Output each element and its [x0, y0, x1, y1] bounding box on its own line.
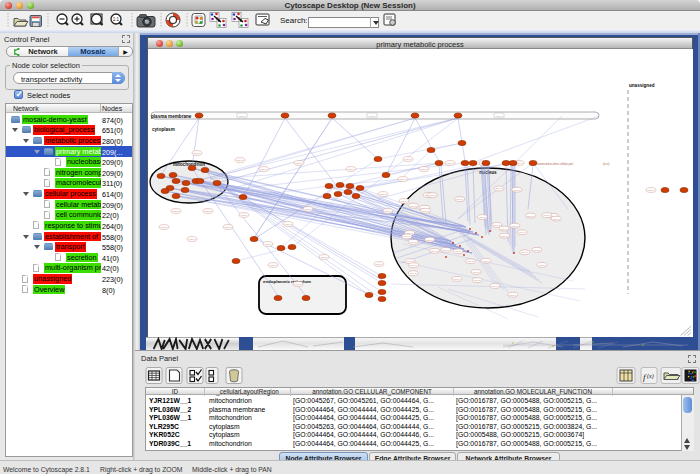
svg-text:(xxx-x): (xxx-x) [511, 225, 518, 228]
svg-text:(xxx-x): (xxx-x) [509, 294, 516, 297]
svg-text:unassigned: unassigned [629, 83, 655, 88]
svg-text:(xxx-x): (xxx-x) [188, 238, 195, 241]
svg-text:(xxx-x): (xxx-x) [269, 264, 276, 267]
svg-text:(xxx-x): (xxx-x) [224, 226, 231, 229]
svg-text:(xxx-x): (xxx-x) [533, 249, 540, 252]
svg-text:(x): (x) [647, 373, 654, 380]
svg-text:(xxx-x): (xxx-x) [473, 271, 480, 274]
svg-text:(xxx-x): (xxx-x) [454, 250, 461, 253]
svg-text:(xxx-x): (xxx-x) [453, 278, 460, 281]
svg-text:Search:: Search: [280, 16, 308, 25]
svg-text:(xxx-x): (xxx-x) [538, 264, 545, 267]
svg-text:1:1: 1:1 [113, 17, 120, 22]
svg-text:(xxx-x): (xxx-x) [204, 210, 211, 213]
svg-text:(xxx-x): (xxx-x) [482, 260, 489, 263]
svg-text:(xxx-x): (xxx-x) [295, 162, 302, 165]
svg-text:(xxx-x): (xxx-x) [347, 168, 354, 171]
svg-text:(xxx-x): (xxx-x) [368, 115, 375, 118]
svg-text:(xxx-x): (xxx-x) [426, 239, 433, 242]
svg-text:(xxx-x): (xxx-x) [521, 251, 528, 254]
svg-text:(xxx-x): (xxx-x) [403, 235, 410, 238]
svg-text:(xxx-x): (xxx-x) [238, 115, 245, 118]
svg-text:(xxx-x): (xxx-x) [442, 249, 449, 252]
svg-text:(xxx-x): (xxx-x) [456, 198, 463, 201]
svg-text:(xxx-x): (xxx-x) [647, 189, 654, 192]
svg-text:(xxx-x): (xxx-x) [410, 264, 417, 267]
svg-text:(xxx-x): (xxx-x) [284, 223, 291, 226]
svg-text:(xxx-x): (xxx-x) [304, 208, 311, 211]
svg-text:(xxx-x): (xxx-x) [446, 162, 453, 165]
svg-text:(xxx-x): (xxx-x) [399, 178, 406, 181]
svg-text:(xx-x): (xx-x) [603, 162, 610, 166]
svg-text:(xxx-x): (xxx-x) [479, 216, 486, 219]
svg-text:connected-to-other-cellular-pa: connected-to-other-cellular-part [537, 162, 573, 166]
svg-text:(xxx-x): (xxx-x) [375, 263, 382, 266]
svg-text:plasma membrane: plasma membrane [151, 114, 192, 119]
svg-text:(xxx-x): (xxx-x) [420, 168, 427, 171]
svg-text:(xxx-x): (xxx-x) [429, 194, 436, 197]
svg-text:(xxx-x): (xxx-x) [236, 159, 243, 162]
svg-text:(xxx-x): (xxx-x) [495, 187, 502, 190]
svg-text:(xxx-x): (xxx-x) [410, 241, 417, 244]
svg-text:cytoplasm: cytoplasm [152, 127, 175, 132]
svg-text:(xxx-x): (xxx-x) [474, 279, 481, 282]
svg-text:(xxx-x): (xxx-x) [491, 285, 498, 288]
svg-text:(xxx-x): (xxx-x) [264, 243, 271, 246]
svg-text:(xxx-x): (xxx-x) [493, 224, 500, 227]
svg-text:(xxx-x): (xxx-x) [519, 231, 526, 234]
svg-text:(xxx-x): (xxx-x) [467, 260, 474, 263]
svg-text:(xxx-x): (xxx-x) [410, 272, 417, 275]
svg-text:(xxx-x): (xxx-x) [172, 210, 179, 213]
svg-text:endoplasmic reticulum: endoplasmic reticulum [263, 279, 311, 284]
svg-text:(xxx-x): (xxx-x) [431, 250, 438, 253]
svg-text:(xxx-x): (xxx-x) [260, 168, 267, 171]
svg-text:(xxx-x): (xxx-x) [500, 228, 507, 231]
svg-text:(xxx-x): (xxx-x) [495, 115, 502, 118]
svg-text:(xxx-x): (xxx-x) [400, 200, 407, 203]
svg-text:(xxx-x): (xxx-x) [404, 158, 411, 161]
svg-text:(xxx-x): (xxx-x) [384, 210, 391, 213]
svg-text:(xxx-x): (xxx-x) [160, 226, 167, 229]
svg-text:(xxx-x): (xxx-x) [501, 235, 508, 238]
svg-text:(xxx-x): (xxx-x) [513, 189, 520, 192]
svg-text:(xxx-x): (xxx-x) [410, 205, 417, 208]
svg-text:(xxx-x): (xxx-x) [240, 214, 247, 217]
svg-text:(xxx-x): (xxx-x) [379, 193, 386, 196]
svg-text:(xxx-x): (xxx-x) [543, 214, 550, 217]
svg-text:(xxx-x): (xxx-x) [422, 210, 429, 213]
svg-text:(xxx-x): (xxx-x) [294, 283, 301, 286]
svg-text:(xxx-x): (xxx-x) [193, 152, 200, 155]
svg-text:(xxx-x): (xxx-x) [320, 256, 327, 259]
svg-text:(xxx-x): (xxx-x) [553, 218, 560, 221]
svg-text:(xxx-x): (xxx-x) [527, 215, 534, 218]
